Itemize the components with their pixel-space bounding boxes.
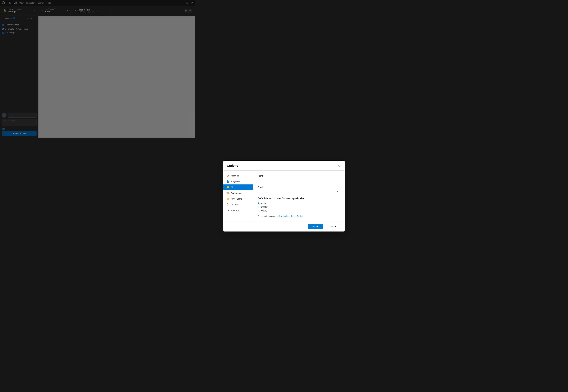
modal-overlay[interactable]: Options ✕ 🏠 Accounts 👤 Integrations 🔑 Gi… <box>0 0 195 138</box>
